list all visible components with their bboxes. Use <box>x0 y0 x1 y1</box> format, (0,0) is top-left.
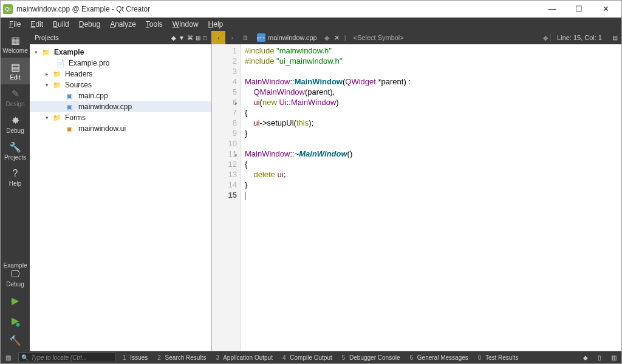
chevron-down-icon: ▾ <box>46 115 53 121</box>
cpp-file-icon: ▣ <box>66 103 76 111</box>
link-icon[interactable]: ⌘ <box>187 35 193 41</box>
mode-design[interactable]: ✎Design <box>1 84 30 111</box>
folder-icon: 📁 <box>53 70 63 78</box>
cpp-file-icon: ▣ <box>66 92 76 100</box>
projects-panel: Projects ◆ ▼ ⌘ ⊞ □ ▾ 📁 Example 📄 Exampl <box>30 31 212 351</box>
mode-help[interactable]: ?Help <box>1 164 30 190</box>
nav-back-button[interactable]: ‹ <box>212 31 225 44</box>
chevron-down-icon: ▾ <box>35 49 42 55</box>
mode-debug[interactable]: ✸Debug <box>1 111 30 138</box>
menubar: File Edit Build Debug Analyze Tools Wind… <box>1 18 621 31</box>
titlebar: Qt mainwindow.cpp @ Example - Qt Creator… <box>1 1 621 18</box>
menu-file[interactable]: File <box>4 19 26 30</box>
tree-forms[interactable]: ▾ 📁 Forms <box>30 112 211 123</box>
output-tab-debugger-console[interactable]: 5 Debugger Console <box>337 354 405 361</box>
open-file-selector[interactable]: c++ mainwindow.cpp <box>252 33 322 42</box>
tree-mainwindow-cpp[interactable]: ▣ mainwindow.cpp <box>30 101 211 112</box>
tree-sources[interactable]: ▾ 📁 Sources <box>30 79 211 90</box>
close-panel-icon[interactable]: □ <box>203 35 207 41</box>
folder-icon: 📁 <box>53 81 63 89</box>
menu-debug[interactable]: Debug <box>74 19 105 30</box>
play-debug-icon: ▶⬢ <box>12 315 19 326</box>
split-icon[interactable]: ⊞ <box>196 35 200 41</box>
tree-mainwindow-ui[interactable]: ▣ mainwindow.ui <box>30 123 211 134</box>
split-editor-button[interactable]: ⊞ <box>608 34 621 42</box>
code-editor[interactable]: 12345 6▾ 78910 11▾ 121314 15 #include "m… <box>212 44 621 351</box>
run-button[interactable]: ▶ <box>1 291 30 311</box>
editor-area: ‹ › 🗎 c++ mainwindow.cpp ◆ ✕ | <Select S… <box>212 31 621 351</box>
app-icon: Qt <box>3 4 13 14</box>
nav-locked-icon[interactable]: 🗎 <box>239 31 252 44</box>
menu-edit[interactable]: Edit <box>26 19 48 30</box>
output-tab-general-messages[interactable]: 6 General Messages <box>405 354 473 361</box>
menu-window[interactable]: Window <box>168 19 203 30</box>
project-icon: 📁 <box>42 49 52 56</box>
help-icon: ? <box>13 168 18 179</box>
project-tree[interactable]: ▾ 📁 Example 📄 Example.pro ▸ 📁 Headers ▾ … <box>30 44 211 351</box>
kit-selector[interactable]: Example🖵Debug <box>1 258 30 291</box>
close-button[interactable]: ✕ <box>592 1 619 18</box>
editor-toolbar: ‹ › 🗎 c++ mainwindow.cpp ◆ ✕ | <Select S… <box>212 31 621 44</box>
grid-icon: ▦ <box>11 35 20 46</box>
symbol-selector[interactable]: <Select Symbol> <box>349 34 541 41</box>
hammer-icon: 🔨 <box>9 335 21 346</box>
output-tab-test-results[interactable]: 8 Test Results <box>473 354 524 361</box>
debug-run-button[interactable]: ▶⬢ <box>1 311 30 331</box>
mode-projects[interactable]: 🔧Projects <box>1 138 30 164</box>
ui-file-icon: ▣ <box>66 125 76 133</box>
output-tab-compile-output[interactable]: 4 Compile Output <box>278 354 337 361</box>
toggle-sidebar-button[interactable]: ▥ <box>1 351 16 363</box>
wrench-icon: 🔧 <box>9 141 21 153</box>
cpp-file-icon: c++ <box>257 33 265 42</box>
filter-icon[interactable]: ▼ <box>179 35 185 41</box>
tree-project-root[interactable]: ▾ 📁 Example <box>30 47 211 58</box>
chevron-right-icon: ▸ <box>46 71 53 77</box>
search-icon: 🔍 <box>21 354 29 361</box>
cursor-position[interactable]: Line: 15, Col: 1 <box>550 34 608 41</box>
text-cursor <box>245 192 245 200</box>
mode-welcome[interactable]: ▦Welcome <box>1 31 30 58</box>
tree-pro-file[interactable]: 📄 Example.pro <box>30 58 211 69</box>
mode-edit[interactable]: ▤Edit <box>1 58 30 84</box>
play-icon: ▶ <box>12 295 19 306</box>
design-icon: ✎ <box>12 88 19 99</box>
tree-main-cpp[interactable]: ▣ main.cpp <box>30 90 211 101</box>
mode-bar: ▦Welcome ▤Edit ✎Design ✸Debug 🔧Projects … <box>1 31 30 351</box>
output-tab-issues[interactable]: 1 Issues <box>118 354 152 361</box>
close-file-button[interactable]: ✕ <box>332 34 342 42</box>
line-gutter[interactable]: 12345 6▾ 78910 11▾ 121314 15 <box>212 44 241 351</box>
pro-file-icon: 📄 <box>56 59 66 67</box>
dropdown-icon[interactable]: ◆ <box>171 35 176 41</box>
menu-tools[interactable]: Tools <box>141 19 168 30</box>
chevron-down-icon: ▾ <box>46 82 53 88</box>
code-content[interactable]: #include "mainwindow.h" #include "ui_mai… <box>241 44 621 351</box>
bug-icon: ✸ <box>12 115 19 126</box>
build-button[interactable]: 🔨 <box>1 331 30 351</box>
minimize-button[interactable]: ― <box>539 1 566 18</box>
edit-icon: ▤ <box>11 61 20 73</box>
maximize-button[interactable]: ☐ <box>566 1 592 18</box>
menu-help[interactable]: Help <box>203 19 228 30</box>
monitor-icon: 🖵 <box>10 269 20 280</box>
output-tab-search-results[interactable]: 2 Search Results <box>152 354 211 361</box>
menu-analyze[interactable]: Analyze <box>105 19 141 30</box>
menu-build[interactable]: Build <box>48 19 74 30</box>
tree-headers[interactable]: ▸ 📁 Headers <box>30 69 211 79</box>
status-updown-button[interactable]: ◆ <box>578 354 593 361</box>
nav-forward-button[interactable]: › <box>225 31 239 44</box>
projects-header: Projects ◆ ▼ ⌘ ⊞ □ <box>30 31 211 44</box>
status-bar: ▥ 🔍 Type to locate (Ctrl... 1 Issues2 Se… <box>1 351 621 363</box>
toggle-right-sidebar-button[interactable]: ▥ <box>606 354 621 361</box>
progress-button[interactable]: ▯ <box>593 354 606 361</box>
output-tab-application-output[interactable]: 3 Application Output <box>211 354 278 361</box>
locator-input[interactable]: 🔍 Type to locate (Ctrl... <box>18 352 115 362</box>
folder-icon: 📁 <box>53 114 63 122</box>
window-title: mainwindow.cpp @ Example - Qt Creator <box>16 5 539 13</box>
